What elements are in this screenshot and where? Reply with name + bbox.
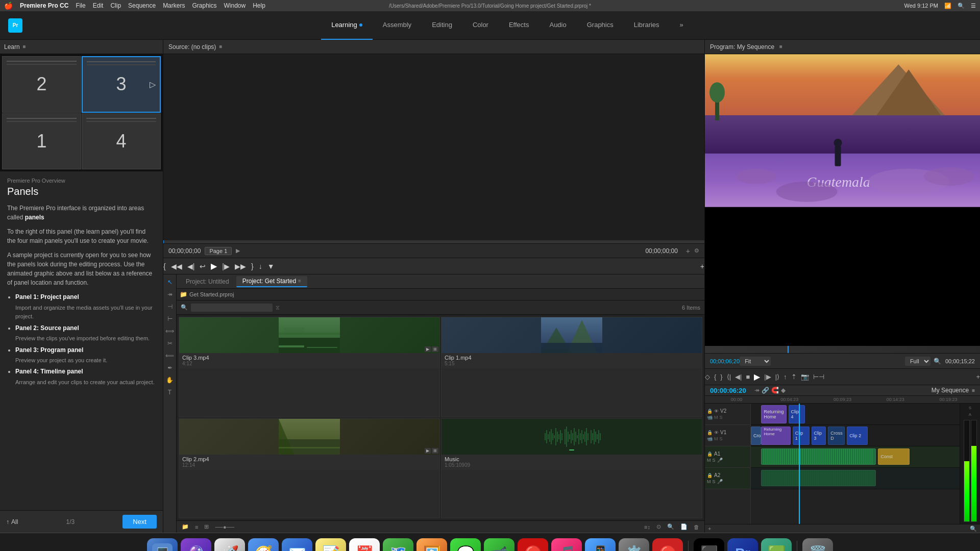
cross-v1-1[interactable]: Cross <box>751 427 761 445</box>
tab-graphics[interactable]: Graphics <box>577 11 624 40</box>
project-tab-menu[interactable]: ≡ <box>298 278 301 284</box>
filter-icon[interactable]: ⧖ <box>276 304 280 311</box>
media-item-clip2[interactable]: ▶ ⊞ Clip 2.mp4 12:14 <box>179 418 440 519</box>
dock-photos[interactable]: 🖼️ <box>416 538 447 552</box>
tab-editing[interactable]: Editing <box>422 11 462 40</box>
v2-sync-icon[interactable]: S <box>720 415 723 420</box>
tl-zoom-in[interactable]: 🔍 <box>970 525 977 532</box>
transport-loop[interactable]: ↩ <box>200 262 206 270</box>
project-search-input[interactable] <box>191 304 273 312</box>
tool-type[interactable]: T <box>164 387 176 398</box>
v1-mute-icon[interactable]: M <box>714 436 718 441</box>
search-menubar-icon[interactable]: 🔍 <box>958 3 965 9</box>
learn-thumb-2[interactable]: 2 <box>2 56 81 113</box>
a1-mute-icon[interactable]: M <box>707 458 711 463</box>
dock-launchpad[interactable]: 🚀 <box>214 538 245 552</box>
transport-step-back[interactable]: ◀| <box>187 262 195 270</box>
transport-mark-out[interactable]: } <box>251 262 254 270</box>
tool-slip[interactable]: ⟸ <box>164 350 176 361</box>
new-item-btn[interactable]: 📄 <box>678 522 690 531</box>
cross-v1-2[interactable]: Cross D <box>828 427 845 445</box>
v1-lock-icon[interactable]: 🔒 <box>707 430 713 435</box>
tool-razor[interactable]: ✂ <box>164 338 176 349</box>
v2-toggle-icon[interactable]: 👁 <box>714 409 719 414</box>
source-settings-icon[interactable]: ⚙ <box>694 247 699 254</box>
a2-lock-icon[interactable]: 🔒 <box>707 473 713 478</box>
prog-play[interactable]: ▶ <box>754 372 760 382</box>
clip-1-v1[interactable]: Clip 1 <box>793 427 810 445</box>
new-bin-btn[interactable]: 📁 <box>180 522 191 531</box>
prog-extract[interactable]: ⇡ <box>791 373 797 381</box>
transport-overwrite[interactable]: ▼ <box>267 262 275 270</box>
a1-mic-icon[interactable]: 🎤 <box>717 458 723 463</box>
find-btn[interactable]: 🔍 <box>665 522 676 531</box>
prog-go-to-in[interactable]: ⟨| <box>727 373 731 381</box>
prog-mark-out[interactable]: } <box>720 373 722 381</box>
delete-btn[interactable]: 🗑 <box>692 523 701 531</box>
page-button[interactable]: Page 1 <box>205 247 232 255</box>
icon-view-btn[interactable]: ⊞ <box>202 522 211 531</box>
dock-finder[interactable]: 🖥️ <box>147 538 178 552</box>
source-add-media[interactable]: + <box>700 262 704 270</box>
dock-news[interactable]: 🔴 <box>518 538 548 552</box>
tl-add-track[interactable]: + <box>708 525 711 532</box>
clip-3-v1[interactable]: Clip 3 <box>812 427 826 445</box>
timeline-menu-icon[interactable]: ≡ <box>972 388 975 393</box>
dock-facetime[interactable]: 📹 <box>484 538 514 552</box>
menu-markers[interactable]: Markers <box>163 2 185 9</box>
tab-learning[interactable]: Learning <box>321 11 373 40</box>
menu-sequence[interactable]: Sequence <box>128 2 156 9</box>
prog-stop[interactable]: ■ <box>746 373 750 381</box>
v1-sync-icon[interactable]: S <box>720 436 723 441</box>
dock-premiere[interactable]: Pr <box>727 538 758 552</box>
prog-step-back[interactable]: ◀| <box>735 373 742 381</box>
transport-play[interactable]: ▶ <box>211 261 217 271</box>
source-panel-menu-icon[interactable]: ≡ <box>219 44 222 49</box>
dock-system-prefs[interactable]: ⚙️ <box>619 538 649 552</box>
prog-go-to-out[interactable]: |⟩ <box>775 373 779 381</box>
tab-more[interactable]: » <box>670 11 694 40</box>
chevron-right-icon[interactable]: ▶ <box>236 247 240 254</box>
v2-mute-icon[interactable]: M <box>714 415 718 420</box>
dock-notes[interactable]: 📝 <box>315 538 346 552</box>
prog-mark-in[interactable]: { <box>714 373 716 381</box>
v1-toggle-icon[interactable]: 👁 <box>714 430 719 435</box>
notifications-icon[interactable]: ☰ <box>971 3 976 9</box>
clip-returning-home-v2[interactable]: Returning Home <box>761 405 786 423</box>
learn-thumb-4[interactable]: 4 <box>82 113 161 170</box>
prog-lift[interactable]: ↑ <box>783 373 787 381</box>
learn-panel-menu-icon[interactable]: ≡ <box>23 44 26 49</box>
tool-track-select[interactable]: ↠ <box>164 289 176 300</box>
v1-camera-icon[interactable]: 📹 <box>707 436 713 441</box>
tl-tool-track-select[interactable]: ↠ <box>754 387 760 394</box>
video-track-v2[interactable]: Returning Home Clip 4 <box>751 404 960 425</box>
transport-rewind[interactable]: ◀◀ <box>171 262 182 270</box>
transport-mark-in[interactable]: { <box>163 262 166 270</box>
audio-clip-const[interactable]: Const <box>878 448 909 465</box>
source-add-btn[interactable]: + <box>686 247 690 255</box>
menu-graphics[interactable]: Graphics <box>192 2 216 9</box>
menu-file[interactable]: File <box>76 2 85 9</box>
dock-trash[interactable]: 🗑️ <box>802 538 833 552</box>
source-playbar[interactable] <box>163 240 704 243</box>
a2-solo-icon[interactable]: S <box>713 479 716 484</box>
zoom-slider[interactable]: ──●── <box>213 523 236 531</box>
prog-trim-mode[interactable]: ⊢⊣ <box>813 373 824 381</box>
a2-mute-icon[interactable]: M <box>707 479 711 484</box>
transport-step-fwd[interactable]: |▶ <box>222 262 230 270</box>
tab-assembly[interactable]: Assembly <box>373 11 422 40</box>
tool-ripple-edit[interactable]: ⊣ <box>164 301 176 312</box>
tl-tool-magnet[interactable]: 🧲 <box>771 387 779 394</box>
all-button[interactable]: ↑ All <box>6 518 18 525</box>
program-quality-select[interactable]: Full 1/2 1/4 <box>905 357 930 366</box>
dock-safari[interactable]: 🧭 <box>248 538 279 552</box>
menu-help[interactable]: Help <box>253 2 265 9</box>
dock-magnet[interactable]: 🔴 <box>652 538 683 552</box>
learn-thumb-3[interactable]: 3 ▷ <box>82 56 161 113</box>
automate-btn[interactable]: ⊙ <box>654 522 663 531</box>
audio-clip-a2[interactable] <box>761 470 876 486</box>
tl-tool-markers[interactable]: ◆ <box>781 387 786 394</box>
next-button[interactable]: Next <box>122 515 157 529</box>
audio-track-a2[interactable] <box>751 468 960 489</box>
magnify-icon[interactable]: 🔍 <box>934 358 941 365</box>
